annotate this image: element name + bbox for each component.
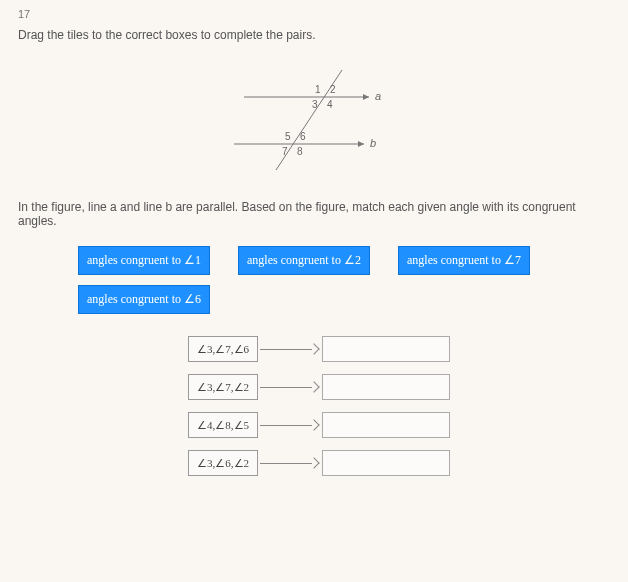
angle-label-5: 5 bbox=[285, 131, 291, 142]
angles-diagram: 1 2 3 4 5 6 7 8 a b bbox=[214, 52, 414, 182]
line-label-b: b bbox=[370, 137, 376, 149]
angle-label-8: 8 bbox=[297, 146, 303, 157]
tile-angle-7[interactable]: angles congruent to ∠7 bbox=[398, 246, 530, 275]
tile-angle-1[interactable]: angles congruent to ∠1 bbox=[78, 246, 210, 275]
line-label-a: a bbox=[375, 90, 381, 102]
angle-label-6: 6 bbox=[300, 131, 306, 142]
drop-zone[interactable] bbox=[322, 412, 450, 438]
instruction-text: Drag the tiles to the correct boxes to c… bbox=[18, 28, 610, 42]
figure-container: 1 2 3 4 5 6 7 8 a b bbox=[18, 52, 610, 182]
tile-angle-2[interactable]: angles congruent to ∠2 bbox=[238, 246, 370, 275]
pair-row: ∠3,∠6,∠2 bbox=[188, 450, 610, 476]
explanation-text: In the figure, line a and line b are par… bbox=[18, 200, 610, 228]
tiles-container: angles congruent to ∠1 angles congruent … bbox=[78, 246, 610, 314]
drop-zone[interactable] bbox=[322, 336, 450, 362]
svg-marker-3 bbox=[358, 141, 364, 147]
question-number: 17 bbox=[18, 8, 610, 20]
angle-label-2: 2 bbox=[330, 84, 336, 95]
pair-left-label: ∠3,∠7,∠6 bbox=[188, 336, 258, 362]
angle-label-7: 7 bbox=[282, 146, 288, 157]
arrow-icon bbox=[258, 453, 322, 473]
pair-row: ∠3,∠7,∠2 bbox=[188, 374, 610, 400]
svg-marker-1 bbox=[363, 94, 369, 100]
tile-angle-6[interactable]: angles congruent to ∠6 bbox=[78, 285, 210, 314]
pair-left-label: ∠3,∠6,∠2 bbox=[188, 450, 258, 476]
pair-row: ∠4,∠8,∠5 bbox=[188, 412, 610, 438]
arrow-icon bbox=[258, 339, 322, 359]
pair-left-label: ∠3,∠7,∠2 bbox=[188, 374, 258, 400]
arrow-icon bbox=[258, 415, 322, 435]
arrow-icon bbox=[258, 377, 322, 397]
angle-label-1: 1 bbox=[315, 84, 321, 95]
drop-zone[interactable] bbox=[322, 450, 450, 476]
drop-zone[interactable] bbox=[322, 374, 450, 400]
pair-row: ∠3,∠7,∠6 bbox=[188, 336, 610, 362]
pairs-container: ∠3,∠7,∠6 ∠3,∠7,∠2 ∠4,∠8,∠5 ∠3,∠6,∠2 bbox=[188, 336, 610, 476]
angle-label-4: 4 bbox=[327, 99, 333, 110]
angle-label-3: 3 bbox=[312, 99, 318, 110]
pair-left-label: ∠4,∠8,∠5 bbox=[188, 412, 258, 438]
